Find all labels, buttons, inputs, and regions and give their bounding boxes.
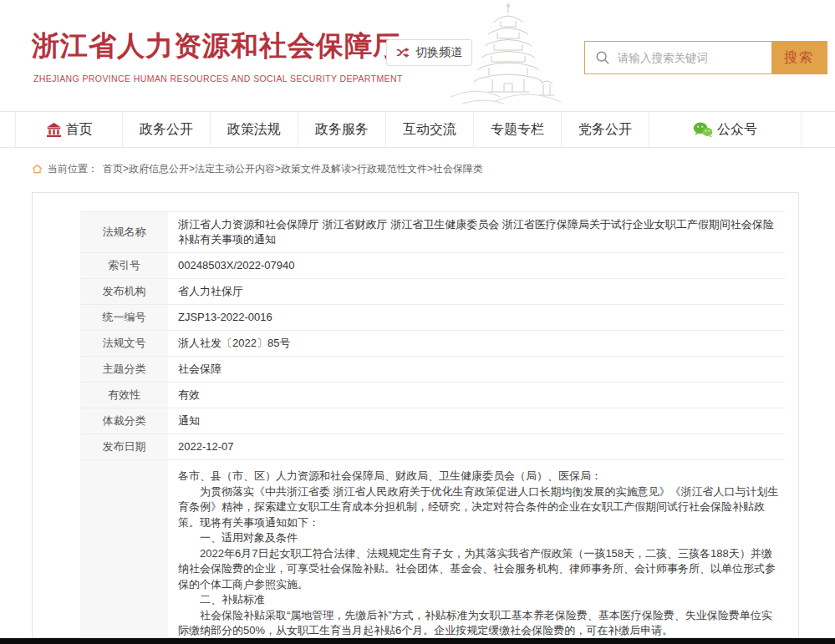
meta-label-empty: [80, 460, 168, 639]
document-body: 各市、县（市、区）人力资源和社会保障局、财政局、卫生健康委员会（局）、医保局： …: [168, 460, 785, 639]
meta-value: 00248503X/2022-07940: [168, 253, 785, 279]
table-row: 法规名称 浙江省人力资源和社会保障厅 浙江省财政厅 浙江省卫生健康委员会 浙江省…: [80, 212, 785, 253]
home-icon: [32, 164, 43, 174]
meta-value: 省人力社保厅: [168, 279, 785, 305]
body-section-heading: 一、适用对象及条件: [178, 530, 782, 546]
meta-label: 发布机构: [80, 279, 168, 305]
meta-label: 主题分类: [80, 357, 168, 383]
site-title: 浙江省人力资源和社会保障厅: [32, 28, 401, 65]
meta-value: 2022-12-07: [168, 434, 785, 460]
table-row: 发布机构 省人力社保厅: [80, 279, 785, 305]
meta-label: 法规名称: [80, 212, 168, 253]
meta-label: 统一编号: [80, 305, 168, 331]
nav-item-special-topics[interactable]: 专题专栏: [473, 112, 561, 147]
site-subtitle: ZHEJIANG PROVINCE HUMAN RESOURCES AND SO…: [33, 74, 403, 84]
search-button[interactable]: 搜索: [771, 42, 827, 74]
meta-label: 法规文号: [80, 331, 168, 357]
nav-item-gov-disclosure[interactable]: 政务公开: [122, 112, 210, 147]
document-body-row: 各市、县（市、区）人力资源和社会保障局、财政局、卫生健康委员会（局）、医保局： …: [80, 460, 785, 639]
body-section-heading: 二、补贴标准: [178, 592, 782, 608]
nav-item-label: 党务公开: [578, 121, 632, 139]
nav-item-label: 公众号: [717, 121, 757, 139]
nav-item-label: 专题专栏: [491, 121, 544, 139]
nav-item-home[interactable]: 首页: [15, 112, 122, 147]
body-paragraph: 社会保险补贴采取“属地管理，先缴后补”方式，补贴标准为女职工基本养老保险费、基本…: [178, 608, 782, 639]
meta-value: 浙人社发〔2022〕85号: [168, 331, 785, 357]
pagoda-illustration: [446, 2, 571, 110]
nav-item-wechat-account[interactable]: 公众号: [649, 112, 802, 147]
page-root: 浙江省人力资源和社会保障厅 ZHEJIANG PROVINCE HUMAN RE…: [0, 0, 835, 644]
nav-item-label: 政策法规: [227, 121, 281, 139]
search-icon: [595, 50, 610, 65]
nav-item-party-affairs[interactable]: 党务公开: [561, 112, 649, 147]
meta-label: 发布日期: [80, 434, 168, 460]
table-row: 发布日期 2022-12-07: [80, 434, 785, 460]
table-row: 体裁分类 通知: [80, 408, 785, 434]
document-meta-table: 法规名称 浙江省人力资源和社会保障厅 浙江省财政厅 浙江省卫生健康委员会 浙江省…: [80, 211, 785, 638]
nav-item-label: 政务服务: [315, 121, 369, 139]
meta-value: ZJSP13-2022-0016: [168, 305, 785, 331]
meta-label: 有效性: [80, 383, 168, 408]
table-row: 主题分类 社会保障: [80, 357, 785, 383]
table-row: 法规文号 浙人社发〔2022〕85号: [80, 331, 785, 357]
nav-item-label: 互动交流: [403, 121, 456, 139]
meta-value: 浙江省人力资源和社会保障厅 浙江省财政厅 浙江省卫生健康委员会 浙江省医疗保障局…: [168, 212, 785, 253]
breadcrumb: 当前位置：首页>政府信息公开>法定主动公开内容>政策文件及解读>行政规范性文件>…: [32, 161, 835, 176]
breadcrumb-prefix: 当前位置：: [48, 162, 98, 176]
site-header: 浙江省人力资源和社会保障厅 ZHEJIANG PROVINCE HUMAN RE…: [0, 0, 835, 111]
shuffle-icon: [396, 47, 410, 58]
body-paragraph: 各市、县（市、区）人力资源和社会保障局、财政局、卫生健康委员会（局）、医保局：: [178, 469, 782, 484]
meta-value: 通知: [168, 408, 785, 434]
nav-item-label: 政务公开: [140, 121, 193, 139]
meta-label: 体裁分类: [80, 408, 168, 434]
nav-item-label: 首页: [66, 121, 93, 139]
table-row: 有效性 有效: [80, 383, 785, 408]
meta-label: 索引号: [80, 253, 168, 279]
nav-item-policies[interactable]: 政策法规: [210, 112, 298, 147]
body-paragraph: 为贯彻落实《中共浙江省委 浙江省人民政府关于优化生育政策促进人口长期均衡发展的实…: [178, 484, 782, 531]
breadcrumb-path[interactable]: 首页>政府信息公开>法定主动公开内容>政策文件及解读>行政规范性文件>社会保障类: [103, 162, 483, 176]
table-row: 统一编号 ZJSP13-2022-0016: [80, 305, 785, 331]
wechat-icon: [693, 122, 713, 138]
nav-item-services[interactable]: 政务服务: [298, 112, 385, 147]
bottom-black-bar: [0, 638, 835, 644]
body-paragraph: 2022年6月7日起女职工符合法律、法规规定生育子女，为其落实我省产假政策（一孩…: [178, 546, 782, 593]
bank-icon: [46, 123, 62, 137]
meta-value: 社会保障: [168, 357, 785, 383]
search-input[interactable]: [618, 52, 771, 64]
main-nav: 首页 政务公开 政策法规 政务服务 互动交流 专题专栏 党务公开: [0, 111, 835, 148]
document-panel: 法规名称 浙江省人力资源和社会保障厅 浙江省财政厅 浙江省卫生健康委员会 浙江省…: [32, 192, 799, 638]
meta-value: 有效: [168, 383, 785, 408]
table-row: 索引号 00248503X/2022-07940: [80, 253, 785, 279]
search-bar: 搜索: [584, 41, 827, 74]
nav-item-interaction[interactable]: 互动交流: [385, 112, 473, 147]
